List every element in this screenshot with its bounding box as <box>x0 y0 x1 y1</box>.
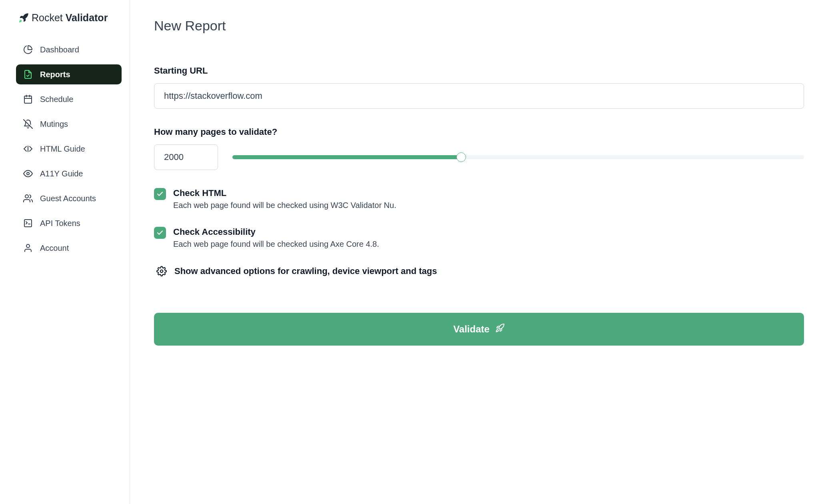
sidebar-item-mutings[interactable]: Mutings <box>16 114 122 134</box>
sidebar-item-label: HTML Guide <box>40 144 85 154</box>
svg-rect-0 <box>24 96 32 103</box>
rocket-icon <box>495 323 505 335</box>
advanced-options-toggle[interactable]: Show advanced options for crawling, devi… <box>154 266 804 277</box>
slider-thumb[interactable] <box>456 152 466 162</box>
sidebar-item-api-tokens[interactable]: API Tokens <box>16 213 122 233</box>
check-accessibility-description: Each web page found will be checked usin… <box>173 240 804 249</box>
svg-point-7 <box>25 195 28 198</box>
rocket-icon <box>18 12 29 24</box>
slider-track <box>232 155 804 159</box>
validate-button-label: Validate <box>453 324 490 335</box>
sidebar-item-label: Reports <box>40 70 70 79</box>
check-accessibility-checkbox[interactable] <box>154 227 166 239</box>
svg-point-11 <box>160 270 163 273</box>
user-icon <box>23 243 33 253</box>
pages-section: How many pages to validate? <box>154 127 804 170</box>
pages-slider[interactable] <box>232 154 804 160</box>
check-html-description: Each web page found will be checked usin… <box>173 201 804 210</box>
nav-list: Dashboard Reports <box>16 40 122 258</box>
advanced-options-label: Show advanced options for crawling, devi… <box>174 266 437 276</box>
pages-input[interactable] <box>154 144 218 170</box>
svg-point-10 <box>26 244 30 248</box>
sidebar-item-label: Schedule <box>40 95 73 104</box>
check-accessibility-row: Check Accessibility Each web page found … <box>154 227 804 249</box>
code-icon <box>23 144 33 154</box>
svg-rect-8 <box>24 220 32 227</box>
check-accessibility-label[interactable]: Check Accessibility <box>173 227 804 237</box>
check-html-label[interactable]: Check HTML <box>173 188 804 198</box>
pie-chart-icon <box>23 45 33 54</box>
calendar-icon <box>23 94 33 104</box>
logo-text: Rocket Validator <box>32 12 108 24</box>
sidebar-item-html-guide[interactable]: HTML Guide <box>16 139 122 159</box>
sidebar-item-schedule[interactable]: Schedule <box>16 89 122 109</box>
svg-point-6 <box>27 172 29 175</box>
sidebar-item-a11y-guide[interactable]: A11Y Guide <box>16 164 122 184</box>
eye-icon <box>23 169 33 178</box>
document-check-icon <box>23 70 33 79</box>
starting-url-section: Starting URL <box>154 66 804 109</box>
pages-label: How many pages to validate? <box>154 127 804 137</box>
sidebar-item-guest-accounts[interactable]: Guest Accounts <box>16 188 122 208</box>
starting-url-input[interactable] <box>154 83 804 109</box>
starting-url-label: Starting URL <box>154 66 804 76</box>
bell-off-icon <box>23 119 33 129</box>
sidebar: Rocket Validator Dashboard <box>0 0 130 504</box>
sidebar-item-reports[interactable]: Reports <box>16 64 122 84</box>
sidebar-item-account[interactable]: Account <box>16 238 122 258</box>
sidebar-item-label: A11Y Guide <box>40 169 83 178</box>
check-html-checkbox[interactable] <box>154 188 166 200</box>
svg-line-4 <box>24 120 32 128</box>
check-html-row: Check HTML Each web page found will be c… <box>154 188 804 210</box>
sidebar-item-label: Dashboard <box>40 45 79 54</box>
gear-icon <box>156 266 167 277</box>
slider-fill <box>232 155 461 159</box>
sidebar-item-label: Account <box>40 244 69 253</box>
sidebar-item-label: API Tokens <box>40 219 80 228</box>
main-content: New Report Starting URL How many pages t… <box>130 0 828 504</box>
logo[interactable]: Rocket Validator <box>16 12 122 24</box>
page-title: New Report <box>154 18 804 34</box>
sidebar-item-dashboard[interactable]: Dashboard <box>16 40 122 60</box>
sidebar-item-label: Guest Accounts <box>40 194 96 203</box>
users-icon <box>23 194 33 203</box>
terminal-icon <box>23 218 33 228</box>
sidebar-item-label: Mutings <box>40 120 68 129</box>
validate-button[interactable]: Validate <box>154 313 804 346</box>
